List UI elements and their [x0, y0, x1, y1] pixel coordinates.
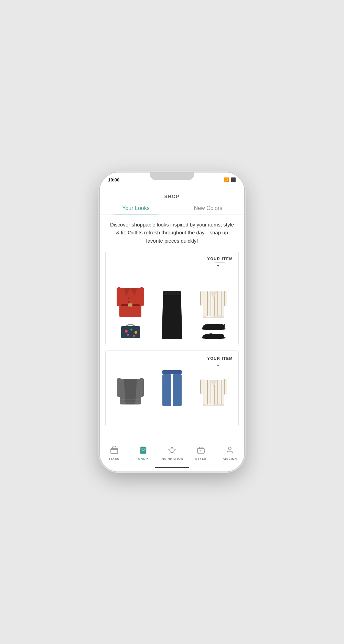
your-item-badge-1: YOUR ITEM ▼ — [207, 257, 233, 270]
outfit-col-left[interactable] — [111, 280, 150, 339]
inspiration-label: INSPIRATION — [161, 457, 183, 460]
svg-marker-47 — [169, 447, 175, 453]
svg-point-11 — [130, 329, 132, 331]
svg-point-50 — [228, 447, 231, 450]
shop-icon — [139, 446, 147, 456]
signal-icon: 📶 — [224, 177, 229, 182]
phone-frame: 10:00 📶 ⬛ SHOP Your Looks New Colors Dis… — [100, 173, 244, 471]
svg-rect-42 — [223, 379, 227, 395]
phone-screen: SHOP Your Looks New Colors Discover shop… — [100, 190, 244, 465]
svg-rect-27 — [117, 378, 121, 397]
svg-rect-0 — [119, 288, 141, 317]
svg-rect-20 — [223, 291, 227, 306]
app-header: SHOP — [100, 190, 244, 202]
svg-rect-28 — [140, 378, 144, 397]
shoe-2-image[interactable] — [201, 332, 226, 339]
wifi-icon: ⬛ — [231, 177, 236, 182]
nav-item-aislinn[interactable]: AISLINN — [215, 446, 244, 460]
tab-your-looks[interactable]: Your Looks — [100, 202, 172, 214]
svg-point-7 — [128, 298, 129, 299]
shoes-container — [201, 323, 226, 339]
fixes-icon — [110, 446, 118, 456]
svg-point-8 — [128, 301, 129, 303]
status-icons: 📶 ⬛ — [224, 177, 236, 182]
style-icon — [197, 446, 205, 456]
floral-bag-image[interactable] — [119, 323, 142, 339]
striped-shirt-2-image[interactable] — [200, 374, 227, 406]
divider-2 — [215, 362, 225, 362]
svg-rect-41 — [200, 379, 204, 395]
svg-rect-34 — [162, 370, 182, 374]
home-indicator — [100, 465, 244, 471]
svg-point-14 — [133, 335, 135, 337]
striped-shirt-image[interactable] — [200, 285, 227, 318]
svg-rect-6 — [139, 287, 144, 306]
aislinn-label: AISLINN — [223, 457, 237, 460]
phone-notch — [150, 173, 194, 180]
outfit-col-center[interactable] — [153, 270, 192, 339]
divider — [215, 262, 225, 263]
inspiration-icon — [168, 446, 176, 456]
svg-rect-4 — [128, 303, 132, 307]
your-item-arrow-2: ▼ — [207, 364, 220, 367]
your-item-badge-2: YOUR ITEM ▼ — [207, 356, 233, 369]
svg-point-13 — [127, 334, 129, 336]
aislinn-icon — [226, 446, 234, 456]
bottom-nav: FIXES SHOP INSPIRATION — [100, 443, 244, 465]
svg-rect-5 — [117, 287, 121, 306]
nav-item-inspiration[interactable]: INSPIRATION — [158, 446, 186, 460]
style-label: STYLE — [195, 457, 206, 460]
svg-point-10 — [125, 330, 128, 333]
outfit-col2-left[interactable] — [111, 372, 150, 406]
look-card-1[interactable]: YOUR ITEM ▼ — [105, 251, 239, 345]
look-card-2[interactable]: YOUR ITEM ▼ — [105, 351, 239, 426]
status-time: 10:00 — [108, 177, 119, 182]
description-text: Discover shoppable looks inspired by you… — [100, 214, 244, 251]
shop-label: SHOP — [138, 457, 148, 460]
svg-rect-35 — [162, 374, 171, 406]
nav-item-fixes[interactable]: FIXES — [100, 446, 129, 460]
tabs-container: Your Looks New Colors — [100, 202, 244, 214]
jeans-image[interactable] — [162, 370, 182, 406]
outfit-col2-right[interactable] — [194, 374, 233, 406]
nav-item-shop[interactable]: SHOP — [129, 446, 158, 460]
home-bar — [155, 467, 189, 468]
cardigan-image[interactable] — [117, 372, 144, 406]
black-skirt-image[interactable] — [162, 291, 182, 339]
outfit-col2-center[interactable] — [153, 370, 192, 406]
shoe-1-image[interactable] — [201, 323, 226, 330]
fixes-label: FIXES — [109, 457, 119, 460]
nav-item-style[interactable]: STYLE — [186, 446, 215, 460]
outfit-col-right[interactable] — [194, 285, 233, 339]
svg-rect-36 — [173, 374, 182, 406]
tab-new-colors[interactable]: New Colors — [172, 202, 244, 214]
your-item-arrow: ▼ — [207, 264, 220, 268]
scroll-content[interactable]: Discover shoppable looks inspired by you… — [100, 214, 244, 443]
status-bar: 10:00 📶 ⬛ — [100, 173, 244, 190]
svg-point-12 — [135, 331, 137, 334]
svg-rect-19 — [200, 291, 204, 306]
red-coat-image[interactable] — [117, 280, 144, 320]
page-title: SHOP — [107, 194, 237, 199]
svg-rect-15 — [163, 291, 181, 295]
